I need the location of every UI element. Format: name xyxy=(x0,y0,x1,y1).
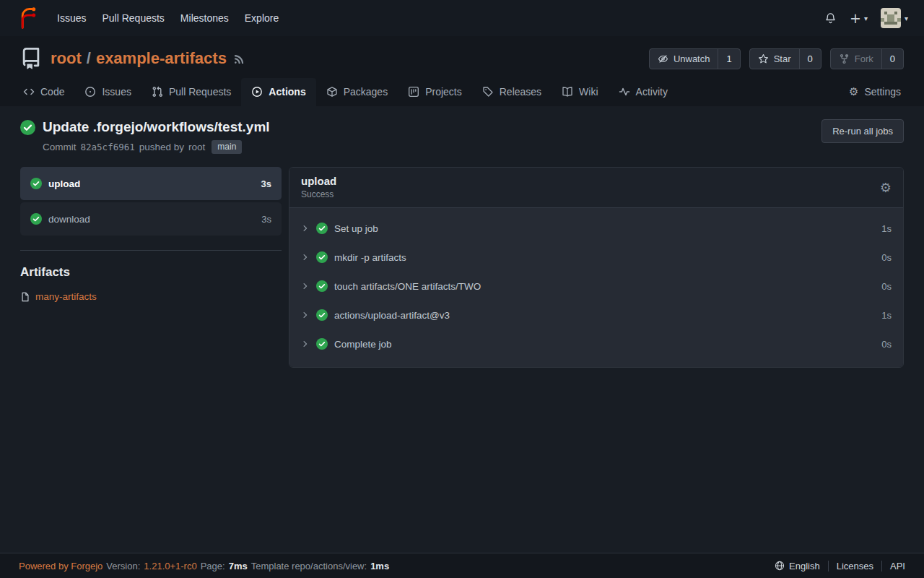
api-link[interactable]: API xyxy=(881,561,905,571)
top-navbar: Issues Pull Requests Milestones Explore … xyxy=(0,0,924,36)
step-duration: 0s xyxy=(881,339,892,350)
job-detail-header: upload Success ⚙ xyxy=(289,168,903,208)
stars-count[interactable]: 0 xyxy=(799,49,821,69)
create-new-menu[interactable]: + ▾ xyxy=(850,12,868,25)
watchers-count[interactable]: 1 xyxy=(718,49,739,69)
template-time: 1ms xyxy=(370,561,389,571)
notifications-bell-icon[interactable] xyxy=(824,12,837,25)
tab-code-label: Code xyxy=(40,86,64,98)
tab-releases[interactable]: Releases xyxy=(472,78,552,106)
globe-icon xyxy=(775,561,785,571)
step-row-set-up-job[interactable]: Set up job 1s xyxy=(289,214,903,243)
tab-actions[interactable]: Actions xyxy=(241,78,315,106)
footer-left: Powered by Forgejo Version: 1.21.0+1-rc0… xyxy=(19,561,389,571)
run-title: Update .forgejo/workflows/test.yml xyxy=(43,119,270,135)
repo-owner-link[interactable]: root xyxy=(51,49,82,68)
step-success-check-icon xyxy=(316,251,328,263)
nav-item-explore[interactable]: Explore xyxy=(237,7,287,30)
main-content: Update .forgejo/workflows/test.yml Commi… xyxy=(0,106,924,553)
chevron-right-icon xyxy=(301,253,310,262)
tab-projects-label: Projects xyxy=(425,86,462,98)
artifact-link[interactable]: many-artifacts xyxy=(35,291,97,302)
page-time: 7ms xyxy=(229,561,248,571)
run-header-left: Update .forgejo/workflows/test.yml Commi… xyxy=(20,119,270,154)
repo-title: root / example-artifacts xyxy=(51,49,227,68)
job-detail-status: Success xyxy=(301,189,336,199)
tab-issues-label: Issues xyxy=(102,86,131,98)
repo-name-link[interactable]: example-artifacts xyxy=(96,49,227,68)
job-duration: 3s xyxy=(261,214,271,225)
file-icon xyxy=(20,292,30,302)
star-label: Star xyxy=(774,53,791,64)
fork-button[interactable]: Fork 0 xyxy=(830,48,904,69)
pusher-link[interactable]: root xyxy=(188,142,205,152)
forks-count[interactable]: 0 xyxy=(881,49,903,69)
eye-off-icon xyxy=(658,53,668,64)
job-row-download[interactable]: download 3s xyxy=(20,202,282,236)
step-row-complete-job[interactable]: Complete job 0s xyxy=(289,329,903,358)
tab-projects[interactable]: Projects xyxy=(398,78,472,106)
star-button[interactable]: Star 0 xyxy=(749,48,821,69)
tab-activity[interactable]: Activity xyxy=(609,78,678,106)
licenses-link[interactable]: Licenses xyxy=(828,561,881,571)
chevron-right-icon xyxy=(301,224,310,233)
user-menu[interactable]: ▾ xyxy=(881,8,908,28)
nav-item-milestones[interactable]: Milestones xyxy=(173,7,237,30)
plus-icon: + xyxy=(850,12,861,25)
chevron-right-icon xyxy=(301,282,310,290)
step-success-check-icon xyxy=(316,280,328,292)
nav-right: + ▾ ▾ xyxy=(824,8,908,28)
forgejo-logo[interactable] xyxy=(16,7,38,29)
step-name: Complete job xyxy=(334,339,392,350)
nav-item-issues[interactable]: Issues xyxy=(49,7,94,30)
step-success-check-icon xyxy=(316,309,328,321)
tab-code[interactable]: Code xyxy=(13,78,74,106)
job-detail-panel: upload Success ⚙ Set up job 1s xyxy=(289,167,904,368)
job-success-check-icon xyxy=(30,213,42,225)
job-detail-name: upload xyxy=(301,175,336,187)
footer: Powered by Forgejo Version: 1.21.0+1-rc0… xyxy=(0,553,924,578)
run-success-check-icon xyxy=(20,120,35,135)
jobs-sidebar: upload 3s download 3s Artifacts xyxy=(20,167,282,302)
tab-pull-requests[interactable]: Pull Requests xyxy=(141,78,241,106)
job-success-check-icon xyxy=(30,178,42,189)
step-name: actions/upload-artifact@v3 xyxy=(334,310,450,321)
template-label: Template repo/actions/view: xyxy=(251,561,367,571)
book-icon xyxy=(562,86,573,98)
rerun-all-jobs-button[interactable]: Re-run all jobs xyxy=(821,119,904,143)
run-body: upload 3s download 3s Artifacts xyxy=(20,167,904,368)
tab-settings[interactable]: ⚙ Settings xyxy=(839,78,911,106)
language-selector[interactable]: English xyxy=(767,561,828,571)
footer-right: English Licenses API xyxy=(767,561,905,571)
tab-issues[interactable]: Issues xyxy=(74,78,141,106)
tab-settings-label: Settings xyxy=(864,86,901,98)
branch-badge[interactable]: main xyxy=(212,140,242,154)
version-label: Version: xyxy=(106,561,140,571)
repo-separator: / xyxy=(87,49,91,68)
tab-packages[interactable]: Packages xyxy=(316,78,398,106)
chevron-down-icon: ▾ xyxy=(864,14,868,22)
tab-wiki[interactable]: Wiki xyxy=(552,78,608,106)
issue-icon xyxy=(84,86,96,98)
tag-icon xyxy=(482,86,494,98)
commit-line: Commit 82a5cf6961 pushed by root main xyxy=(43,140,270,154)
artifact-item: many-artifacts xyxy=(20,291,282,302)
version-link[interactable]: 1.21.0+1-rc0 xyxy=(144,561,196,571)
unwatch-button[interactable]: Unwatch 1 xyxy=(649,48,741,69)
step-success-check-icon xyxy=(316,223,328,234)
step-duration: 1s xyxy=(881,223,892,234)
repo-title-row: root / example-artifacts xyxy=(0,48,924,69)
star-icon xyxy=(758,53,769,64)
step-row-upload-artifact[interactable]: actions/upload-artifact@v3 1s xyxy=(289,301,903,329)
job-options-gear-icon[interactable]: ⚙ xyxy=(880,180,892,195)
step-row-mkdir[interactable]: mkdir -p artifacts 0s xyxy=(289,243,903,272)
nav-item-pull-requests[interactable]: Pull Requests xyxy=(94,7,172,30)
step-row-touch-artifacts[interactable]: touch artifacts/ONE artifacts/TWO 0s xyxy=(289,272,903,301)
job-row-upload[interactable]: upload 3s xyxy=(20,167,282,200)
repo-action-buttons: Unwatch 1 Star 0 xyxy=(649,48,904,69)
rss-icon[interactable] xyxy=(234,53,245,64)
step-duration: 0s xyxy=(881,281,892,292)
package-icon xyxy=(326,86,338,98)
commit-sha-link[interactable]: 82a5cf6961 xyxy=(81,142,135,152)
powered-by-link[interactable]: Powered by Forgejo xyxy=(19,561,103,571)
